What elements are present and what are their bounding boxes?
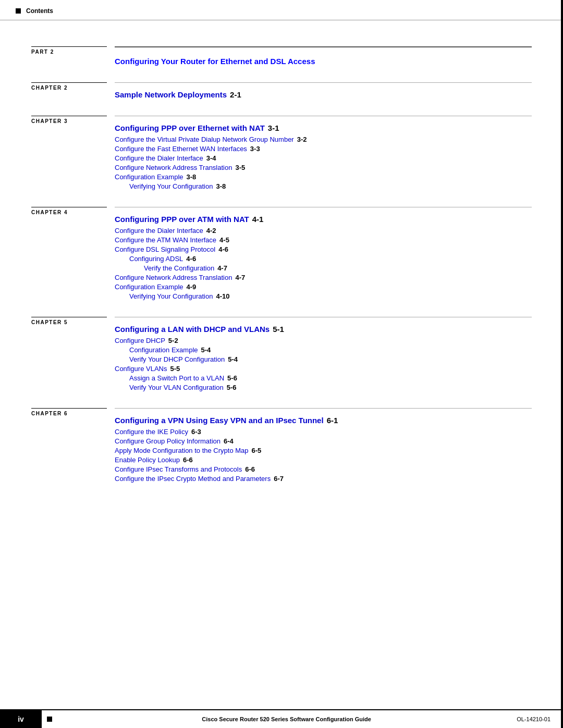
chapter3-toc-list: Configure the Virtual Private Dialup Net… (115, 135, 532, 190)
toc-link[interactable]: Configure the Dialer Interface (115, 154, 203, 162)
top-border (561, 0, 563, 728)
toc-link[interactable]: Configure VLANs (115, 365, 167, 373)
chapter6-label-text: Chapter 6 (31, 411, 68, 416)
chapter2-heading: Sample Network Deployments2-1 (115, 82, 532, 99)
footer-page-number: iv (18, 715, 24, 723)
toc-link[interactable]: Configure the Virtual Private Dialup Net… (115, 135, 294, 143)
chapter3-heading-link[interactable]: Configuring PPP over Ethernet with NAT (115, 124, 265, 132)
toc-link[interactable]: Configure the Dialer Interface (115, 227, 203, 235)
toc-item: Apply Mode Configuration to the Crypto M… (115, 447, 532, 454)
toc-item: Verify the Configuration4-7 (115, 264, 532, 272)
toc-page: 3-4 (206, 154, 216, 162)
chapter5-toc-list: Configure DHCP5-2Configuration Example5-… (115, 337, 532, 391)
toc-link[interactable]: Configure Network Address Translation (115, 274, 232, 281)
chapter3-entry: Chapter 3Configuring PPP over Ethernet w… (31, 116, 532, 203)
toc-link[interactable]: Configure DHCP (115, 337, 165, 344)
toc-item: Assign a Switch Port to a VLAN5-6 (115, 374, 532, 382)
chapter4-heading: Configuring PPP over ATM with NAT4-1 (115, 207, 532, 224)
toc-link[interactable]: Verifying Your Configuration (129, 182, 213, 190)
toc-page: 3-8 (187, 173, 197, 181)
footer-square-icon (47, 717, 52, 722)
toc-item: Configure DHCP5-2 (115, 337, 532, 344)
chapter4-heading-link[interactable]: Configuring PPP over ATM with NAT (115, 215, 249, 224)
toc-link[interactable]: Assign a Switch Port to a VLAN (129, 374, 224, 382)
toc-link[interactable]: Configure Network Address Translation (115, 164, 232, 171)
toc-link[interactable]: Enable Policy Lookup (115, 456, 180, 464)
toc-item: Verifying Your Configuration4-10 (115, 292, 532, 300)
chapter4-label: Chapter 4 (31, 207, 115, 313)
toc-page: 3-8 (216, 182, 226, 190)
toc-item: Configure VLANs5-5 (115, 365, 532, 373)
toc-page: 5-6 (227, 374, 237, 382)
toc-item: Verifying Your Configuration3-8 (115, 182, 532, 190)
toc-link[interactable]: Configure the ATM WAN Interface (115, 236, 216, 244)
chapter6-entry: Chapter 6Configuring a VPN Using Easy VP… (31, 408, 532, 495)
toc-page: 3-3 (250, 145, 260, 153)
toc-link[interactable]: Verify the Configuration (144, 264, 214, 272)
toc-item: Configure IPsec Transforms and Protocols… (115, 465, 532, 473)
toc-link[interactable]: Verify Your VLAN Configuration (129, 384, 224, 391)
chapter5-heading-link[interactable]: Configuring a LAN with DHCP and VLANs (115, 325, 270, 334)
toc-item: Verify Your VLAN Configuration5-6 (115, 384, 532, 391)
toc-page: 4-7 (235, 274, 245, 281)
toc-link[interactable]: Verifying Your Configuration (129, 292, 213, 300)
chapter2-page: 2-1 (230, 90, 241, 99)
toc-page: 6-3 (191, 428, 201, 436)
toc-link[interactable]: Configuring ADSL (129, 255, 183, 263)
toc-link[interactable]: Configure DSL Signaling Protocol (115, 245, 215, 253)
toc-item: Configure DSL Signaling Protocol4-6 (115, 245, 532, 253)
chapter4-entry: Chapter 4Configuring PPP over ATM with N… (31, 207, 532, 313)
toc-page: 4-6 (218, 245, 228, 253)
toc-page: 6-6 (245, 465, 255, 473)
toc-item: Configure the Fast Ethernet WAN Interfac… (115, 145, 532, 153)
chapter3-label: Chapter 3 (31, 116, 115, 203)
chapter4-line (31, 207, 107, 207)
toc-link[interactable]: Configure Group Policy Information (115, 437, 221, 445)
chapter2-line (31, 82, 107, 83)
toc-page: 5-2 (168, 337, 178, 344)
part2-content: Configuring Your Router for Ethernet and… (115, 46, 532, 78)
chapter5-page: 5-1 (273, 325, 284, 334)
chapter2-label-text: Chapter 2 (31, 85, 68, 91)
toc-content: Part 2 Configuring Your Router for Ether… (0, 20, 563, 526)
footer-right-bar (561, 710, 563, 728)
chapter5-line (31, 317, 107, 317)
toc-link[interactable]: Configuration Example (115, 283, 183, 291)
toc-page: 3-5 (235, 164, 245, 171)
chapter4-label-text: Chapter 4 (31, 209, 68, 215)
chapter3-line (31, 116, 107, 116)
chapter2-label: Chapter 2 (31, 82, 115, 112)
toc-link[interactable]: Configure the IKE Policy (115, 428, 188, 436)
toc-item: Configure Network Address Translation4-7 (115, 274, 532, 281)
toc-page: 4-5 (219, 236, 229, 244)
page-header: Contents (0, 0, 563, 20)
footer-center-text: Cisco Secure Router 520 Series Software … (56, 716, 517, 722)
chapter3-heading: Configuring PPP over Ethernet with NAT3-… (115, 116, 532, 132)
toc-page: 4-6 (186, 255, 196, 263)
chapter3-page: 3-1 (268, 124, 279, 132)
chapter5-entry: Chapter 5Configuring a LAN with DHCP and… (31, 317, 532, 404)
chapter6-heading-link[interactable]: Configuring a VPN Using Easy VPN and an … (115, 416, 324, 425)
toc-link[interactable]: Configuration Example (115, 173, 183, 181)
toc-page: 4-7 (217, 264, 227, 272)
chapter6-content: Configuring a VPN Using Easy VPN and an … (115, 408, 532, 495)
toc-item: Configure the IPsec Crypto Method and Pa… (115, 475, 532, 483)
toc-page: 6-6 (183, 456, 193, 464)
toc-link[interactable]: Verify Your DHCP Configuration (129, 355, 225, 363)
toc-page: 5-4 (228, 355, 238, 363)
chapter6-page: 6-1 (327, 416, 338, 425)
toc-item: Configuration Example3-8 (115, 173, 532, 181)
toc-link[interactable]: Configuration Example (129, 346, 198, 354)
chapter3-content: Configuring PPP over Ethernet with NAT3-… (115, 116, 532, 203)
toc-link[interactable]: Configure the Fast Ethernet WAN Interfac… (115, 145, 247, 153)
part2-entry: Part 2 Configuring Your Router for Ether… (31, 46, 532, 78)
toc-link[interactable]: Configure the IPsec Crypto Method and Pa… (115, 475, 271, 483)
chapter4-toc-list: Configure the Dialer Interface4-2Configu… (115, 227, 532, 300)
toc-link[interactable]: Apply Mode Configuration to the Crypto M… (115, 447, 249, 454)
chapter5-content: Configuring a LAN with DHCP and VLANs5-1… (115, 317, 532, 404)
toc-page: 5-6 (227, 384, 237, 391)
chapter2-heading-link[interactable]: Sample Network Deployments (115, 90, 227, 99)
chapter2-entry: Chapter 2Sample Network Deployments2-1 (31, 82, 532, 112)
toc-link[interactable]: Configure IPsec Transforms and Protocols (115, 465, 242, 473)
toc-item: Configuration Example4-9 (115, 283, 532, 291)
